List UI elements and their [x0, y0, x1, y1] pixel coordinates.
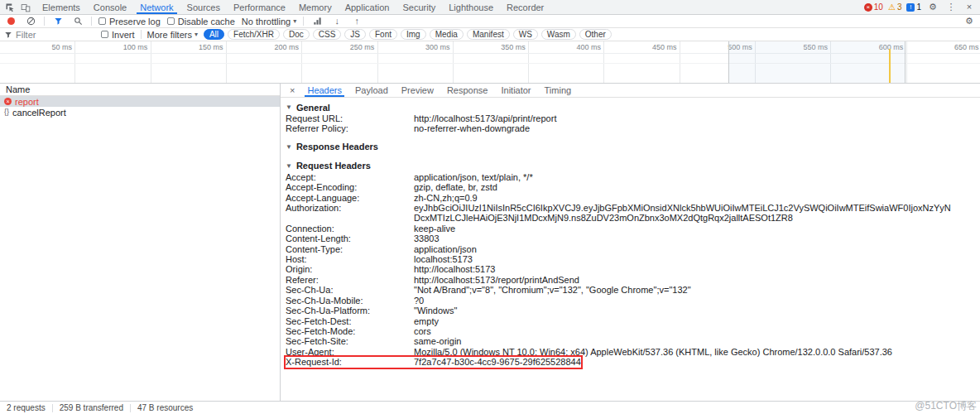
- request-error-icon: ×: [4, 98, 12, 105]
- devtools-tab[interactable]: Memory: [292, 0, 339, 14]
- close-devtools-icon[interactable]: ×: [963, 2, 976, 13]
- timeline-tick-label: 250 ms: [329, 43, 374, 51]
- header-row: Sec-Fetch-Site: same-origin: [286, 336, 461, 346]
- toggle-device-toolbar-icon[interactable]: [19, 2, 32, 13]
- request-type-chip[interactable]: WS: [513, 29, 538, 40]
- json-icon: {}: [4, 108, 9, 116]
- request-type-chip[interactable]: Other: [579, 29, 612, 40]
- request-type-chip[interactable]: Manifest: [467, 29, 510, 40]
- devtools-tab[interactable]: Sources: [180, 0, 227, 14]
- header-name: Content-Length:: [286, 233, 414, 243]
- more-filters-label: More filters: [147, 30, 192, 40]
- more-filters-dropdown[interactable]: More filters ▾: [147, 30, 198, 40]
- header-name: Host:: [286, 254, 414, 264]
- network-conditions-icon[interactable]: [310, 16, 324, 27]
- request-list-panel: Name × report {} cancelReport: [0, 84, 281, 401]
- header-row: Sec-Ch-Ua: "Not A/Brand";v="8", "Chromiu…: [286, 285, 691, 295]
- request-type-chip[interactable]: All: [204, 29, 224, 40]
- devtools-tab-label: Elements: [42, 2, 80, 12]
- network-settings-gear-icon[interactable]: ⚙: [963, 16, 976, 27]
- detail-tab[interactable]: Initiator: [494, 84, 537, 97]
- kebab-menu-icon[interactable]: ⋮: [944, 2, 958, 13]
- filter-toggle-icon[interactable]: [51, 16, 65, 27]
- request-row[interactable]: × report: [0, 96, 280, 107]
- timeline-tick-label: 300 ms: [406, 43, 450, 51]
- devtools-tab[interactable]: Lighthouse: [442, 0, 500, 14]
- devtools-tab[interactable]: Network: [133, 0, 180, 14]
- devtools-tab[interactable]: Console: [87, 0, 133, 14]
- issues-icon: !: [906, 3, 915, 12]
- header-name: Origin:: [286, 264, 414, 274]
- filter-input-wrap: [4, 30, 95, 40]
- chip-label: Doc: [289, 30, 304, 39]
- header-value: same-origin: [414, 336, 461, 346]
- devtools-tab[interactable]: Application: [339, 0, 396, 14]
- request-rows: × report {} cancelReport: [0, 96, 280, 118]
- header-row: Content-Type: application/json: [286, 244, 477, 254]
- detail-tab[interactable]: Preview: [395, 84, 440, 97]
- export-har-icon[interactable]: ↑: [350, 16, 363, 27]
- toolbar-divider: [303, 17, 304, 26]
- detail-tab[interactable]: Timing: [538, 84, 579, 97]
- preserve-log-checkbox[interactable]: Preserve log: [98, 17, 161, 26]
- close-details-icon[interactable]: ×: [284, 84, 300, 97]
- throttling-dropdown[interactable]: No throttling ▾: [242, 17, 296, 26]
- detail-tab[interactable]: Headers: [300, 84, 348, 97]
- request-type-chip[interactable]: Doc: [283, 29, 310, 40]
- triangle-down-icon: ▼: [286, 143, 292, 151]
- devtools-tab[interactable]: Performance: [227, 0, 292, 14]
- header-value: 33803: [414, 233, 440, 243]
- request-type-chip[interactable]: Wasm: [541, 29, 576, 40]
- request-type-chip[interactable]: JS: [344, 29, 366, 40]
- filter-input[interactable]: [16, 30, 95, 40]
- record-network-log-button[interactable]: [4, 16, 17, 27]
- detail-tab-bar: × Headers Payload Preview: [281, 84, 980, 98]
- request-type-chip[interactable]: Font: [369, 29, 397, 40]
- devtools-tab[interactable]: Recorder: [500, 0, 550, 14]
- request-row[interactable]: {} cancelReport: [0, 107, 280, 118]
- name-column-header[interactable]: Name: [0, 84, 280, 96]
- status-divider: [130, 404, 131, 412]
- header-value: http://localhost:5173/report/printAndSen…: [414, 275, 579, 285]
- headers-pane: ▼ General Request URL: http://localhost:…: [281, 98, 980, 401]
- request-type-chip[interactable]: Fetch/XHR: [228, 29, 280, 40]
- chip-label: Font: [375, 30, 392, 39]
- issues-badge[interactable]: ! 1: [906, 2, 921, 12]
- request-type-chip[interactable]: Media: [430, 29, 464, 40]
- checkbox-icon: [98, 17, 106, 25]
- detail-tab[interactable]: Response: [440, 84, 495, 97]
- disable-cache-checkbox[interactable]: Disable cache: [167, 17, 235, 26]
- header-value: ?0: [414, 296, 424, 306]
- timeline-tick-label: 450 ms: [632, 43, 676, 51]
- header-value: cors: [414, 326, 431, 336]
- status-bar-item: 2 requests: [7, 403, 46, 412]
- search-icon[interactable]: [71, 16, 84, 27]
- request-type-chip[interactable]: Img: [401, 29, 426, 40]
- detail-tab-label: Initiator: [501, 85, 531, 95]
- clear-network-log-button[interactable]: [24, 16, 37, 27]
- general-rows: Request URL: http://localhost:5173/api/p…: [286, 113, 972, 134]
- devtools-tab-label: Memory: [299, 2, 332, 12]
- devtools-tab[interactable]: Security: [396, 0, 442, 14]
- general-section-header[interactable]: ▼ General: [286, 101, 972, 113]
- invert-checkbox[interactable]: Invert: [101, 30, 135, 40]
- timeline-selection-window[interactable]: [728, 41, 906, 83]
- header-value: localhost:5173: [414, 254, 473, 264]
- settings-gear-icon[interactable]: ⚙: [926, 2, 939, 13]
- header-value: "Not A/Brand";v="8", "Chromium";v="132",…: [414, 285, 691, 295]
- header-value: empty: [414, 316, 439, 326]
- network-overview-timeline[interactable]: 50 ms 100 ms 150 ms 200 ms 250 ms 300 ms…: [0, 41, 980, 84]
- status-bar-item: 47 B resources: [137, 403, 193, 412]
- response-headers-section-header[interactable]: ▼ Response Headers: [286, 141, 972, 153]
- header-name: Authorization:: [286, 203, 414, 224]
- warning-badge[interactable]: ⚠ 3: [888, 2, 902, 12]
- devtools-tab[interactable]: Elements: [36, 0, 87, 14]
- error-badge[interactable]: × 10: [864, 2, 883, 12]
- devtools-tab-label: Console: [94, 2, 127, 12]
- devtools-right-controls: × 10 ⚠ 3 ! 1 ⚙ ⋮ ×: [864, 0, 980, 14]
- import-har-icon[interactable]: ↓: [330, 16, 343, 27]
- request-headers-section-header[interactable]: ▼ Request Headers: [286, 160, 972, 172]
- inspect-element-icon[interactable]: [3, 2, 17, 13]
- request-type-chip[interactable]: CSS: [313, 29, 342, 40]
- detail-tab[interactable]: Payload: [348, 84, 395, 97]
